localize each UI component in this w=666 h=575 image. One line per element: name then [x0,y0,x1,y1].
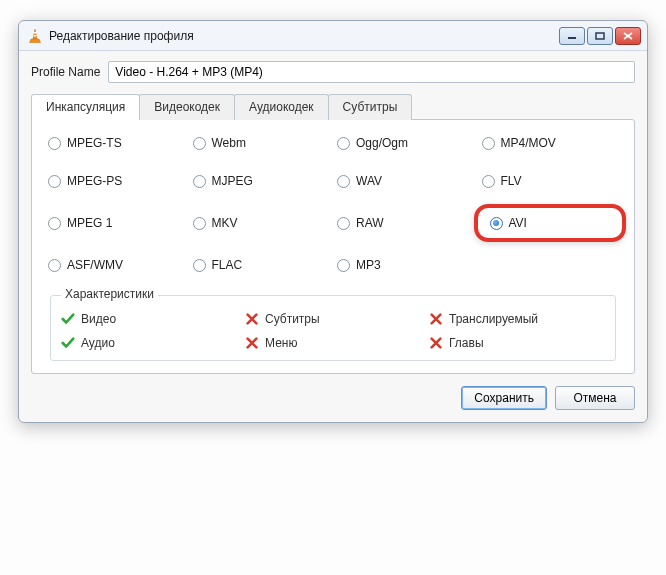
radio-label: AVI [509,216,527,230]
radio-mpeg-ts[interactable] [48,137,61,150]
encap-option-flac[interactable]: FLAC [193,258,330,272]
feature-label: Субтитры [265,312,320,326]
radio-mp3[interactable] [337,259,350,272]
feature-label: Видео [81,312,116,326]
feature-label: Меню [265,336,297,350]
maximize-button[interactable] [587,27,613,45]
profile-edit-window: Редактирование профиля Profile Name Инка… [18,20,648,423]
radio-label: FLV [501,174,522,188]
radio-mpeg1[interactable] [48,217,61,230]
window-content: Profile Name ИнкапсуляцияВидеокодекАудио… [19,51,647,422]
radio-label: WAV [356,174,382,188]
features-grid: ВидеоСубтитрыТранслируемыйАудиоМенюГлавы [61,312,605,350]
tab-encapsulation[interactable]: Инкапсуляция [31,94,140,120]
encap-option-mp4[interactable]: MP4/MOV [482,136,619,150]
radio-mkv[interactable] [193,217,206,230]
encap-option-ogg[interactable]: Ogg/Ogm [337,136,474,150]
feature-video: Видео [61,312,237,326]
tabs-strip: ИнкапсуляцияВидеокодекАудиокодекСубтитры [31,94,635,120]
radio-webm[interactable] [193,137,206,150]
radio-mp4[interactable] [482,137,495,150]
tab-subtitles[interactable]: Субтитры [328,94,413,120]
encap-option-flv[interactable]: FLV [482,174,619,188]
profile-name-row: Profile Name [31,61,635,83]
close-button[interactable] [615,27,641,45]
radio-label: MPEG 1 [67,216,112,230]
radio-label: MPEG-TS [67,136,122,150]
feature-chapters: Главы [429,336,605,350]
window-buttons [559,27,641,45]
encap-option-mjpeg[interactable]: MJPEG [193,174,330,188]
radio-label: RAW [356,216,384,230]
radio-label: Webm [212,136,246,150]
vlc-icon [27,28,43,44]
cross-icon [429,312,443,326]
feature-label: Главы [449,336,484,350]
cross-icon [429,336,443,350]
profile-name-input[interactable] [108,61,635,83]
encap-option-mp3[interactable]: MP3 [337,258,474,272]
radio-label: ASF/WMV [67,258,123,272]
feature-menu: Меню [245,336,421,350]
radio-flac[interactable] [193,259,206,272]
features-title: Характеристики [61,287,158,301]
radio-mjpeg[interactable] [193,175,206,188]
radio-label: FLAC [212,258,243,272]
dialog-buttons: Сохранить Отмена [31,386,635,410]
cross-icon [245,336,259,350]
titlebar: Редактирование профиля [19,21,647,51]
encap-option-avi[interactable]: AVI [474,204,627,242]
encap-option-wav[interactable]: WAV [337,174,474,188]
profile-name-label: Profile Name [31,65,100,79]
encap-option-mpeg-ts[interactable]: MPEG-TS [48,136,185,150]
feature-streamable: Транслируемый [429,312,605,326]
feature-audio: Аудио [61,336,237,350]
radio-label: Ogg/Ogm [356,136,408,150]
radio-label: MP4/MOV [501,136,556,150]
radio-raw[interactable] [337,217,350,230]
radio-label: MKV [212,216,238,230]
radio-ogg[interactable] [337,137,350,150]
encap-option-asf[interactable]: ASF/WMV [48,258,185,272]
encap-option-mpeg-ps[interactable]: MPEG-PS [48,174,185,188]
encap-option-raw[interactable]: RAW [337,212,474,234]
radio-wav[interactable] [337,175,350,188]
check-icon [61,336,75,350]
save-button[interactable]: Сохранить [461,386,547,410]
feature-subtitles: Субтитры [245,312,421,326]
feature-label: Транслируемый [449,312,538,326]
tab-videocodec[interactable]: Видеокодек [139,94,235,120]
minimize-button[interactable] [559,27,585,45]
cancel-button[interactable]: Отмена [555,386,635,410]
radio-label: MPEG-PS [67,174,122,188]
tab-audiocodec[interactable]: Аудиокодек [234,94,329,120]
encap-option-mpeg1[interactable]: MPEG 1 [48,212,185,234]
svg-rect-1 [34,35,37,37]
window-title: Редактирование профиля [49,29,559,43]
feature-label: Аудио [81,336,115,350]
features-box: Характеристики ВидеоСубтитрыТранслируемы… [50,288,616,361]
check-icon [61,312,75,326]
radio-flv[interactable] [482,175,495,188]
radio-mpeg-ps[interactable] [48,175,61,188]
encapsulation-panel: MPEG-TSWebmOgg/OgmMP4/MOVMPEG-PSMJPEGWAV… [31,119,635,374]
encap-option-mkv[interactable]: MKV [193,212,330,234]
cross-icon [245,312,259,326]
radio-label: MJPEG [212,174,253,188]
radio-asf[interactable] [48,259,61,272]
svg-rect-0 [33,32,36,34]
svg-rect-3 [596,33,604,39]
encap-option-webm[interactable]: Webm [193,136,330,150]
encapsulation-options: MPEG-TSWebmOgg/OgmMP4/MOVMPEG-PSMJPEGWAV… [48,136,618,272]
radio-avi[interactable] [490,217,503,230]
radio-label: MP3 [356,258,381,272]
